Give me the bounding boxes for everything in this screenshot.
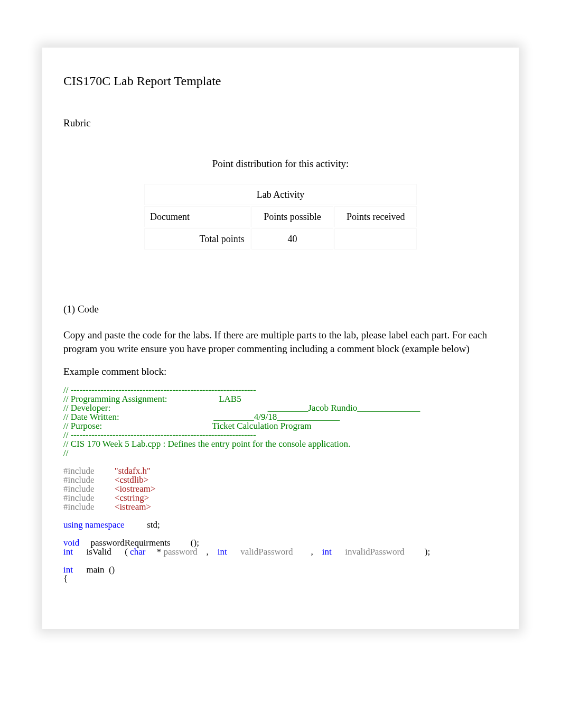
code-pad: [332, 547, 345, 557]
col-points-possible: Points possible: [251, 206, 334, 227]
rubric-heading: Rubric: [63, 117, 498, 129]
char-keyword: char: [130, 547, 145, 557]
page-title: CIS170C Lab Report Template: [63, 74, 498, 88]
code-pad: [145, 547, 156, 557]
code-pad: [111, 547, 125, 557]
code-section-heading: (1) Code: [63, 303, 498, 315]
star: *: [157, 547, 162, 557]
param: validPassword: [240, 547, 293, 557]
col-document: Document: [144, 206, 250, 227]
code-pad: [73, 547, 87, 557]
distribution-label: Point distribution for this activity:: [63, 158, 498, 170]
lab-activity-header: Lab Activity: [144, 184, 417, 205]
points-received-empty: [334, 228, 417, 250]
table-row: Total points 40: [144, 228, 417, 250]
code-pad: [125, 520, 147, 530]
table-row: Lab Activity: [144, 184, 417, 205]
code-pad: [405, 547, 425, 557]
code-line: // CIS 170 Week 5 Lab.cpp : Defines the …: [63, 439, 350, 449]
rubric-table: Lab Activity Document Points possible Po…: [143, 183, 418, 251]
col-points-received: Points received: [334, 206, 417, 227]
brace: {: [63, 574, 68, 584]
include-directive: #include: [63, 502, 95, 512]
code-pad: [293, 547, 311, 557]
code-pad: [209, 547, 218, 557]
int-keyword: int: [322, 547, 332, 557]
code-pad: [198, 547, 207, 557]
int-keyword: int: [63, 547, 73, 557]
rubric-table-wrap: Lab Activity Document Points possible Po…: [63, 183, 498, 251]
code-line: //: [63, 448, 68, 458]
example-comment-label: Example comment block:: [63, 366, 498, 377]
code-pad: [104, 565, 109, 575]
code-block: // -------------------------------------…: [63, 385, 498, 583]
main-func: main: [86, 565, 104, 575]
paren: );: [425, 547, 430, 557]
code-section-paragraph: Copy and paste the code for the labs. If…: [63, 328, 498, 355]
std-token: std;: [147, 520, 160, 530]
code-pad: [313, 547, 322, 557]
int-keyword: int: [218, 547, 227, 557]
func-name: isValid: [86, 547, 111, 557]
code-pad: [227, 547, 241, 557]
include-value: <istream>: [115, 502, 151, 512]
using-namespace: using namespace: [63, 520, 125, 530]
param: invalidPassword: [345, 547, 404, 557]
code-pad: [95, 502, 115, 512]
code-pad: [73, 565, 87, 575]
table-row: Document Points possible Points received: [144, 206, 417, 227]
total-points-value: 40: [251, 228, 334, 250]
main-paren: (): [109, 565, 115, 575]
total-points-label: Total points: [144, 228, 250, 250]
document-page: CIS170C Lab Report Template Rubric Point…: [42, 48, 519, 629]
param: password: [163, 547, 197, 557]
